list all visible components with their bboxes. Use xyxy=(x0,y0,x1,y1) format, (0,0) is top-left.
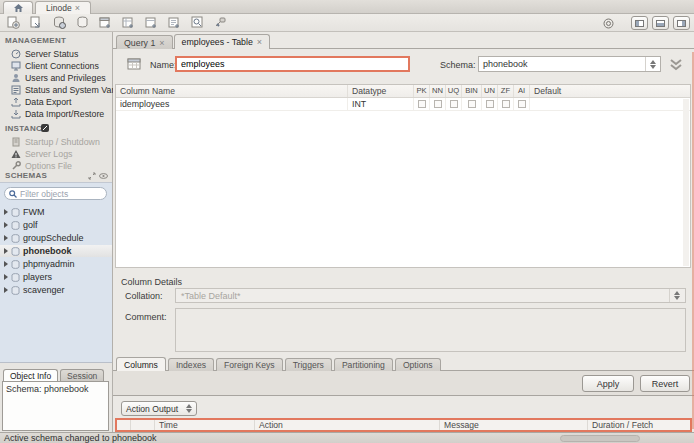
instance-config-icon[interactable] xyxy=(40,123,50,133)
expander-icon[interactable] xyxy=(4,235,8,241)
output-col-action[interactable]: Action xyxy=(255,420,440,430)
schema-item-phonebook[interactable]: phonebook xyxy=(0,245,112,257)
import-icon xyxy=(10,109,21,119)
checkbox-ai[interactable] xyxy=(514,98,530,110)
header-datatype[interactable]: Datatype xyxy=(348,85,414,97)
database-icon[interactable] xyxy=(73,15,91,30)
output-type-select[interactable]: Action Output xyxy=(121,401,197,416)
status-circle-icon[interactable] xyxy=(599,16,617,31)
sidebar-item-data-export[interactable]: Data Export xyxy=(0,96,113,108)
create-routine-icon[interactable] xyxy=(165,15,183,30)
open-sql-file-icon[interactable] xyxy=(27,15,45,30)
output-col-blank2 xyxy=(131,420,155,430)
close-icon[interactable]: × xyxy=(75,4,80,12)
connection-tab-bar: Linode × xyxy=(0,0,694,14)
schema-item-scavenger[interactable]: scavenger xyxy=(0,284,112,296)
output-col-time[interactable]: Time xyxy=(155,420,255,430)
header-column-name[interactable]: Column Name xyxy=(116,85,348,97)
expander-icon[interactable] xyxy=(4,209,8,215)
schema-item-phpmyadmin[interactable]: phpmyadmin xyxy=(0,258,112,270)
create-table-icon[interactable] xyxy=(119,15,137,30)
toggle-right-sidebar-button[interactable] xyxy=(673,16,690,30)
toggle-bottom-panel-button[interactable] xyxy=(652,16,669,30)
column-row-idemployees[interactable]: idemployees INT xyxy=(116,98,690,111)
tab-session[interactable]: Session xyxy=(60,369,104,381)
header-zf[interactable]: ZF xyxy=(498,85,514,97)
checkbox-zf[interactable] xyxy=(498,98,514,110)
output-select-value: Action Output xyxy=(126,404,178,414)
status-bar: Active schema changed to phonebook xyxy=(0,432,694,443)
schema-select[interactable]: phonebook xyxy=(478,56,661,72)
tab-triggers[interactable]: Triggers xyxy=(285,358,332,371)
cell-datatype[interactable]: INT xyxy=(348,98,414,110)
tab-columns[interactable]: Columns xyxy=(116,357,166,371)
collapse-double-chevron-icon[interactable] xyxy=(669,58,683,71)
header-ai[interactable]: AI xyxy=(514,85,530,97)
checkbox-pk[interactable] xyxy=(414,98,430,110)
checkbox-nn[interactable] xyxy=(430,98,446,110)
checkbox-un[interactable] xyxy=(482,98,498,110)
checkbox-uq[interactable] xyxy=(446,98,462,110)
tab-object-info[interactable]: Object Info xyxy=(3,369,58,381)
expander-icon[interactable] xyxy=(4,287,8,293)
table-name-input[interactable] xyxy=(175,56,410,72)
reconnect-icon[interactable] xyxy=(211,15,229,30)
comment-textarea[interactable] xyxy=(175,308,686,352)
header-uq[interactable]: UQ xyxy=(446,85,462,97)
checkbox-bin[interactable] xyxy=(462,98,482,110)
new-query-tab-icon[interactable] xyxy=(4,15,22,30)
sidebar-item-server-status[interactable]: Server Status xyxy=(0,48,113,60)
tab-indexes[interactable]: Indexes xyxy=(168,358,214,371)
tab-query-1[interactable]: Query 1 × xyxy=(116,35,173,49)
home-tab[interactable] xyxy=(3,1,33,14)
create-view-icon[interactable] xyxy=(142,15,160,30)
tab-partitioning[interactable]: Partitioning xyxy=(334,358,393,371)
search-icon xyxy=(9,190,17,198)
schema-item-players[interactable]: players xyxy=(0,271,112,283)
grid-vertical-scrollbar[interactable] xyxy=(683,99,689,266)
expander-icon[interactable] xyxy=(4,274,8,280)
close-icon[interactable]: × xyxy=(257,38,262,46)
header-nn[interactable]: NN xyxy=(430,85,446,97)
search-table-icon[interactable] xyxy=(188,15,206,30)
header-bin[interactable]: BIN xyxy=(462,85,482,97)
tab-options[interactable]: Options xyxy=(395,358,441,371)
toggle-left-sidebar-button[interactable] xyxy=(631,16,648,30)
sidebar-item-server-logs[interactable]: Server Logs xyxy=(0,148,113,160)
sidebar-item-client-connections[interactable]: Client Connections xyxy=(0,60,113,72)
header-default[interactable]: Default xyxy=(530,85,690,97)
expander-icon[interactable] xyxy=(4,248,8,254)
schema-item-golf[interactable]: golf xyxy=(0,219,112,231)
schema-item-groupschedule[interactable]: groupSchedule xyxy=(0,232,112,244)
tab-employees-table[interactable]: employees - Table × xyxy=(174,34,271,49)
header-pk[interactable]: PK xyxy=(414,85,430,97)
output-col-message[interactable]: Message xyxy=(440,420,588,430)
expander-icon[interactable] xyxy=(4,222,8,228)
connection-tab-linode[interactable]: Linode × xyxy=(35,1,91,14)
sidebar-item-startup-shutdown[interactable]: Startup / Shutdown xyxy=(0,136,113,148)
cell-column-name[interactable]: idemployees xyxy=(116,98,348,110)
tab-foreign-keys[interactable]: Foreign Keys xyxy=(216,358,283,371)
sidebar-item-data-import[interactable]: Data Import/Restore xyxy=(0,108,113,120)
sidebar-item-users-privileges[interactable]: Users and Privileges xyxy=(0,72,113,84)
eye-icon[interactable] xyxy=(99,172,108,180)
collation-select[interactable]: *Table Default* xyxy=(175,288,686,303)
gauge-icon xyxy=(10,49,21,59)
sidebar-item-label: Users and Privileges xyxy=(25,73,106,83)
close-icon[interactable]: × xyxy=(159,39,164,47)
open-connection-icon[interactable] xyxy=(50,15,68,30)
sidebar-item-status-system-variables[interactable]: Status and System Variables xyxy=(0,84,113,96)
expand-icon[interactable] xyxy=(88,172,96,180)
output-col-duration[interactable]: Duration / Fetch xyxy=(588,420,690,430)
header-un[interactable]: UN xyxy=(482,85,498,97)
stepper-icon xyxy=(669,289,680,302)
variables-list-icon xyxy=(10,85,21,95)
schema-filter-input[interactable] xyxy=(20,189,102,199)
apply-button[interactable]: Apply xyxy=(582,375,634,392)
schema-item-fwm[interactable]: FWM xyxy=(0,206,112,218)
revert-button[interactable]: Revert xyxy=(640,375,690,392)
warning-icon xyxy=(10,149,21,159)
expander-icon[interactable] xyxy=(4,261,8,267)
cell-default[interactable] xyxy=(530,98,690,110)
create-schema-icon[interactable] xyxy=(96,15,114,30)
